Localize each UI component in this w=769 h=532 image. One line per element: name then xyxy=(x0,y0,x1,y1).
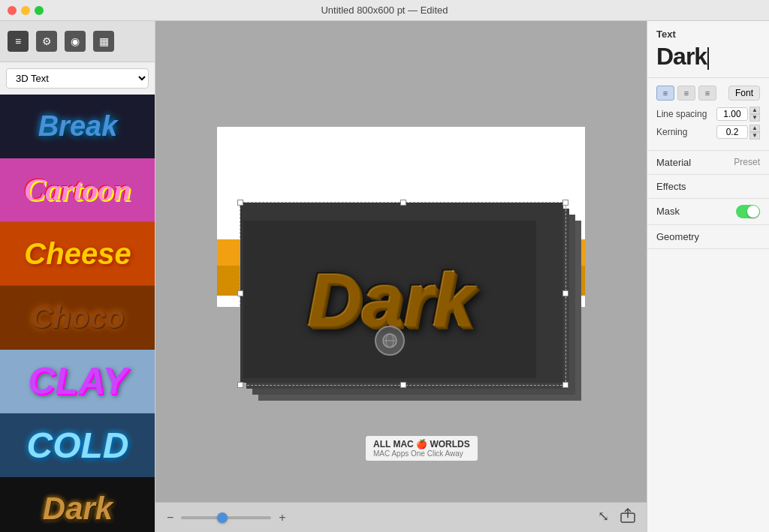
style-label-cold: COLD xyxy=(27,425,129,466)
text-preview-value: Dark xyxy=(656,43,707,70)
handle-bottom-left[interactable] xyxy=(237,382,243,388)
style-label-choco: Choco xyxy=(31,301,124,335)
watermark-subtitle: MAC Apps One Click Away xyxy=(373,449,470,458)
style-label-cartoon: Cartoon xyxy=(24,172,131,208)
font-button[interactable]: Font xyxy=(728,86,760,101)
zoom-in-button[interactable]: + xyxy=(279,511,285,524)
kerning-input[interactable] xyxy=(716,125,748,139)
align-row: ≡ ≡ ≡ Font xyxy=(656,86,760,101)
mask-label: Mask xyxy=(656,206,736,217)
watermark-title: ALL MAC 🍎 WORLDS xyxy=(373,439,470,449)
mask-toggle-knob xyxy=(747,206,759,218)
resize-icon[interactable]: ⤡ xyxy=(598,508,609,527)
toolbar-settings-icon[interactable]: ⚙ xyxy=(36,31,57,52)
titlebar: Untitled 800x600 pt — Edited xyxy=(0,0,769,21)
text-section: Text Dark xyxy=(647,21,769,78)
sidebar: ≡ ⚙ ◉ ▦ 3D Text 2D Text Gradients Patter… xyxy=(0,21,155,532)
right-panel: Text Dark ≡ ≡ ≡ Font Line spacing ▲ ▼ xyxy=(647,21,769,532)
line-spacing-row: Line spacing ▲ ▼ xyxy=(656,107,760,122)
toolbar-menu-icon[interactable]: ≡ xyxy=(8,31,29,52)
kerning-up[interactable]: ▲ xyxy=(749,125,760,132)
share-icon[interactable] xyxy=(620,508,635,527)
line-spacing-up[interactable]: ▲ xyxy=(749,107,760,114)
effects-label: Effects xyxy=(656,181,760,192)
canvas-container: Dark xyxy=(217,127,585,397)
canvas-bottom-toolbar: − + ⤡ xyxy=(155,502,647,532)
line-spacing-input[interactable] xyxy=(716,107,748,121)
style-label-break: Break xyxy=(38,110,118,143)
watermark-apple-icon: 🍎 xyxy=(416,439,427,449)
sidebar-toolbar: ≡ ⚙ ◉ ▦ xyxy=(0,21,155,62)
material-label: Material xyxy=(656,157,734,168)
maximize-button[interactable] xyxy=(35,6,44,15)
material-value: Preset xyxy=(734,157,760,167)
zoom-thumb[interactable] xyxy=(217,512,228,523)
toolbar-effects-icon[interactable]: ◉ xyxy=(65,31,86,52)
kerning-row: Kerning ▲ ▼ xyxy=(656,125,760,140)
align-center-button[interactable]: ≡ xyxy=(677,86,695,101)
style-item-clay[interactable]: CLAY xyxy=(0,350,155,413)
geometry-label: Geometry xyxy=(656,231,760,242)
style-category-dropdown[interactable]: 3D Text 2D Text Gradients Patterns xyxy=(6,68,149,89)
mask-row[interactable]: Mask xyxy=(647,199,769,225)
material-row[interactable]: Material Preset xyxy=(647,151,769,175)
traffic-lights xyxy=(8,6,44,15)
style-label-dark: Dark xyxy=(43,491,113,527)
align-right-button[interactable]: ≡ xyxy=(698,86,716,101)
align-left-button[interactable]: ≡ xyxy=(656,86,674,101)
line-spacing-down[interactable]: ▼ xyxy=(749,114,760,122)
zoom-slider[interactable] xyxy=(181,516,271,519)
line-spacing-label: Line spacing xyxy=(656,109,716,119)
watermark: ALL MAC 🍎 WORLDS MAC Apps One Click Away xyxy=(366,436,478,461)
minimize-button[interactable] xyxy=(21,6,30,15)
canvas-main[interactable]: Dark xyxy=(155,21,647,502)
kerning-label: Kerning xyxy=(656,127,716,137)
bottom-right-icons: ⤡ xyxy=(598,508,635,527)
text-cursor xyxy=(707,47,709,70)
zoom-out-button[interactable]: − xyxy=(167,511,173,524)
kerning-stepper: ▲ ▼ xyxy=(749,125,760,140)
style-item-choco[interactable]: Choco xyxy=(0,286,155,350)
style-category-select[interactable]: 3D Text 2D Text Gradients Patterns xyxy=(6,68,149,89)
style-label-clay: CLAY xyxy=(28,359,127,403)
kerning-down[interactable]: ▼ xyxy=(749,132,760,140)
move-icon[interactable] xyxy=(375,326,405,356)
style-item-cheese[interactable]: Cheese xyxy=(0,222,155,286)
effects-row[interactable]: Effects xyxy=(647,175,769,199)
text-preview: Dark xyxy=(656,44,760,70)
style-item-dark[interactable]: Dark xyxy=(0,477,155,532)
app-body: ≡ ⚙ ◉ ▦ 3D Text 2D Text Gradients Patter… xyxy=(0,21,769,532)
window-title: Untitled 800x600 pt — Edited xyxy=(321,5,448,16)
line-spacing-stepper: ▲ ▼ xyxy=(749,107,760,122)
align-font-section: ≡ ≡ ≡ Font Line spacing ▲ ▼ Kerning ▲ ▼ xyxy=(647,78,769,151)
toolbar-layers-icon[interactable]: ▦ xyxy=(93,31,114,52)
style-label-cheese: Cheese xyxy=(24,237,131,271)
style-item-cartoon[interactable]: Cartoon xyxy=(0,158,155,222)
mask-toggle[interactable] xyxy=(736,205,760,218)
geometry-row[interactable]: Geometry xyxy=(647,225,769,249)
canvas-area: Dark xyxy=(155,21,647,532)
close-button[interactable] xyxy=(8,6,17,15)
canvas-main-layer: Dark xyxy=(243,221,536,378)
style-item-cold[interactable]: COLD xyxy=(0,413,155,477)
style-item-break[interactable]: Break xyxy=(0,95,155,158)
style-list: Break Cartoon Cheese Choco CLAY COLD Dar… xyxy=(0,95,155,532)
text-section-title: Text xyxy=(656,29,760,40)
